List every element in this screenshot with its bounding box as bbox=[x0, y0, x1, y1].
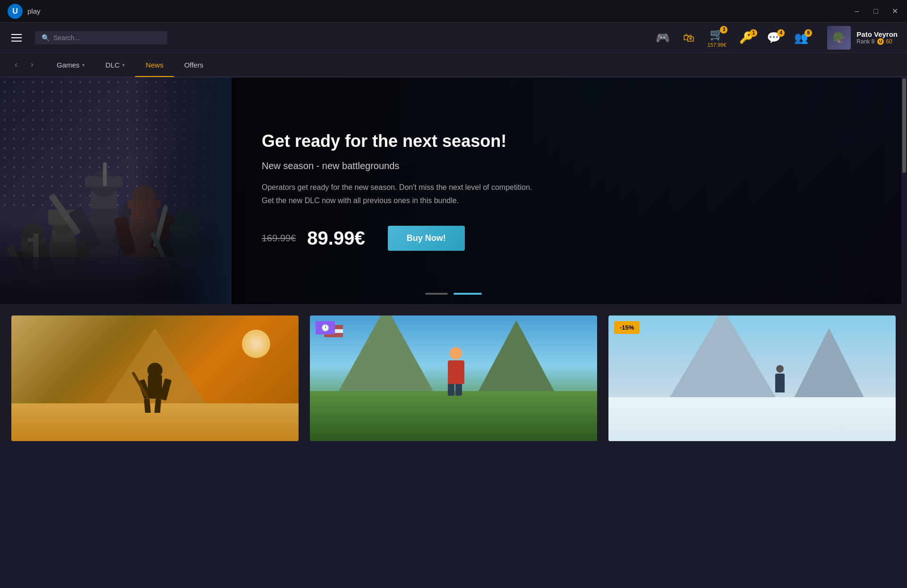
cart-badge: 3 bbox=[720, 26, 727, 34]
snow-ground bbox=[608, 397, 896, 441]
forward-button[interactable]: › bbox=[26, 58, 39, 71]
titlebar-left: U play bbox=[8, 4, 41, 19]
minimize-button[interactable]: – bbox=[852, 7, 862, 16]
hero-soldiers bbox=[0, 77, 231, 304]
svg-rect-47 bbox=[132, 77, 231, 304]
mountain-left bbox=[339, 315, 433, 391]
game-card-3[interactable]: -15% bbox=[608, 315, 896, 441]
hero-banner: Get ready for the next season! New seaso… bbox=[0, 77, 907, 304]
hero-sale-price: 89.99€ bbox=[307, 228, 365, 249]
key-badge: 1 bbox=[750, 29, 757, 37]
topnav: 🔍 🎮 🛍 🛒 3 157.99€ 🔑 1 bbox=[0, 23, 907, 53]
store-icon[interactable]: 🛍 bbox=[683, 31, 694, 44]
ucoin-icon: U bbox=[877, 38, 884, 45]
search-icon: 🔍 bbox=[42, 34, 50, 42]
nav-news[interactable]: News bbox=[135, 53, 174, 77]
user-info: Pato Veyron Rank 8 U 60 bbox=[856, 30, 898, 45]
hero-original-price: 169.99€ bbox=[262, 233, 296, 244]
hero-art bbox=[0, 77, 231, 304]
snow-person bbox=[775, 374, 785, 400]
snow-scene bbox=[608, 315, 896, 441]
user-name: Pato Veyron bbox=[856, 30, 898, 38]
hero-scrollbar[interactable] bbox=[901, 77, 907, 304]
hero-content: Get ready for the next season! New seaso… bbox=[262, 131, 877, 251]
hamburger-menu[interactable] bbox=[9, 32, 24, 43]
clock-icon: 🕐 bbox=[321, 324, 329, 332]
chat-badge: 4 bbox=[777, 29, 785, 37]
search-bar[interactable]: 🔍 bbox=[35, 31, 167, 44]
cart-price: 157.99€ bbox=[708, 42, 727, 48]
ucoins: U 60 bbox=[877, 38, 892, 45]
sun bbox=[242, 330, 270, 358]
hero-content-area: Get ready for the next season! New seaso… bbox=[231, 77, 907, 304]
key-icon[interactable]: 🔑 1 bbox=[739, 31, 753, 44]
hero-description: Operators get ready for the new season. … bbox=[262, 181, 545, 206]
card-3-bg bbox=[608, 315, 896, 441]
svg-point-49 bbox=[147, 363, 163, 378]
mountain-scene bbox=[310, 315, 597, 441]
titlebar-controls: – □ ✕ bbox=[852, 7, 899, 16]
soldiers-svg bbox=[0, 77, 231, 304]
svg-rect-52 bbox=[144, 399, 151, 413]
svg-rect-53 bbox=[154, 399, 161, 413]
friends-icon[interactable]: 👥 8 bbox=[794, 31, 808, 44]
card-1-bg bbox=[11, 315, 299, 441]
buy-now-button[interactable]: Buy Now! bbox=[388, 226, 465, 251]
titlebar-title: play bbox=[27, 7, 41, 15]
person bbox=[448, 360, 464, 393]
desert-scene bbox=[11, 315, 299, 441]
cart-icon[interactable]: 🛒 3 157.99€ bbox=[708, 28, 727, 48]
snow-mountain-left bbox=[666, 315, 779, 403]
close-button[interactable]: ✕ bbox=[890, 7, 899, 16]
controller-icon[interactable]: 🎮 bbox=[656, 31, 670, 44]
card-3-badge: -15% bbox=[614, 321, 640, 334]
game-cards-section: 🕐 -15% bbox=[0, 304, 907, 441]
dlc-chevron: ▾ bbox=[122, 62, 125, 68]
game-card-2[interactable]: 🕐 bbox=[310, 315, 597, 441]
uplay-logo: U bbox=[8, 4, 23, 19]
avatar: 🪖 bbox=[827, 26, 851, 50]
game-card-1[interactable] bbox=[11, 315, 299, 441]
back-button[interactable]: ‹ bbox=[9, 58, 23, 71]
mountain-right bbox=[479, 320, 554, 391]
nav-icon-group: 🎮 🛍 🛒 3 157.99€ 🔑 1 💬 4 bbox=[656, 28, 809, 48]
nav-dlc[interactable]: DLC ▾ bbox=[95, 53, 135, 77]
user-rank: Rank 8 U 60 bbox=[856, 38, 898, 45]
carousel-indicators bbox=[425, 293, 482, 295]
user-profile[interactable]: 🪖 Pato Veyron Rank 8 U 60 bbox=[827, 26, 898, 50]
carousel-indicator-2[interactable] bbox=[454, 293, 482, 295]
hero-title: Get ready for the next season! bbox=[262, 131, 877, 151]
green-field bbox=[310, 391, 597, 441]
chat-icon[interactable]: 💬 4 bbox=[767, 31, 781, 44]
secondary-nav: ‹ › Games ▾ DLC ▾ News Offers bbox=[0, 53, 907, 77]
maximize-button[interactable]: □ bbox=[871, 7, 881, 16]
search-input[interactable] bbox=[53, 34, 148, 42]
friends-badge: 8 bbox=[804, 29, 812, 37]
card-2-bg bbox=[310, 315, 597, 441]
nav-arrows: ‹ › bbox=[9, 58, 39, 71]
hero-subtitle: New season - new battlegrounds bbox=[262, 161, 877, 171]
titlebar: U play – □ ✕ bbox=[0, 0, 907, 23]
games-chevron: ▾ bbox=[82, 62, 85, 68]
nav-games[interactable]: Games ▾ bbox=[46, 53, 95, 77]
carousel-indicator-1[interactable] bbox=[425, 293, 448, 295]
nav-offers[interactable]: Offers bbox=[174, 53, 214, 77]
warrior-svg bbox=[127, 347, 183, 413]
scrollbar-thumb[interactable] bbox=[902, 78, 906, 173]
card-2-badge: 🕐 bbox=[316, 321, 335, 334]
hero-pricing: 169.99€ 89.99€ Buy Now! bbox=[262, 226, 877, 251]
svg-rect-28 bbox=[103, 162, 107, 186]
snow-mountain-right bbox=[791, 328, 867, 403]
